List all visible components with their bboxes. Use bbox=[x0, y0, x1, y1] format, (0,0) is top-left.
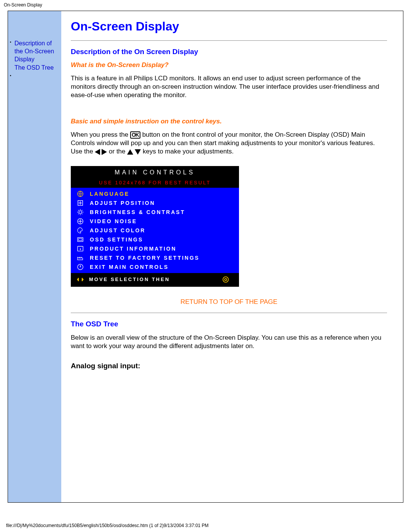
osd-item-label: LANGUAGE bbox=[90, 191, 129, 197]
text-segment: or the bbox=[109, 148, 127, 155]
document-header: On-Screen Display bbox=[0, 0, 411, 9]
osd-item-product-information: PRODUCT INFORMATION bbox=[71, 244, 239, 253]
divider bbox=[71, 313, 387, 313]
content-frame: Description of the On-Screen Display The… bbox=[8, 11, 403, 503]
sidebar-item-osd-tree[interactable]: The OSD Tree bbox=[10, 64, 59, 72]
osd-footer-text: MOVE SELECTION THEN bbox=[89, 276, 170, 282]
osd-item-label: EXIT MAIN CONTROLS bbox=[90, 264, 169, 270]
section-heading-osd-tree: The OSD Tree bbox=[71, 320, 387, 328]
osd-footer: MOVE SELECTION THEN bbox=[71, 273, 239, 287]
sidebar-item-description[interactable]: Description of the On-Screen Display bbox=[10, 40, 59, 63]
svg-rect-5 bbox=[79, 238, 82, 240]
footer-file-path: file:///D|/My%20documents/dfu/150B5/engl… bbox=[6, 523, 209, 528]
text-segment: When you press the bbox=[71, 131, 130, 138]
osd-item-reset-factory: RESET TO FACTORY SETTINGS bbox=[71, 253, 239, 262]
subheading-analog-signal: Analog signal input: bbox=[71, 362, 387, 370]
divider bbox=[71, 40, 387, 41]
osd-item-label: PRODUCT INFORMATION bbox=[90, 246, 177, 252]
palette-icon bbox=[76, 227, 84, 234]
osd-item-adjust-position: ADJUST POSITION bbox=[71, 198, 239, 208]
sidebar-nav: Description of the On-Screen Display The… bbox=[8, 11, 61, 502]
paragraph-instruction: When you press the OK button on the fron… bbox=[71, 131, 387, 156]
osd-item-exit: EXIT MAIN CONTROLS bbox=[71, 262, 239, 272]
osd-item-label: RESET TO FACTORY SETTINGS bbox=[90, 255, 199, 261]
factory-icon bbox=[76, 254, 84, 261]
osd-item-label: ADJUST POSITION bbox=[90, 200, 155, 206]
globe-icon bbox=[76, 190, 84, 197]
osd-item-label: ADJUST COLOR bbox=[90, 227, 145, 233]
subheading-what-is-osd: What is the On-Screen Display? bbox=[71, 61, 387, 69]
info-icon bbox=[76, 245, 84, 252]
sidebar-link-description[interactable]: Description of the On-Screen Display bbox=[14, 40, 54, 62]
ok-button-icon: OK bbox=[130, 131, 140, 139]
sun-icon bbox=[76, 209, 84, 216]
cross-circle-icon bbox=[76, 218, 84, 225]
osd-item-brightness-contrast: BRIGHTNESS & CONTRAST bbox=[71, 208, 239, 217]
right-gutter bbox=[398, 11, 403, 502]
osd-menu-body: LANGUAGE ADJUST POSITION BRIGHTNESS & CO… bbox=[71, 188, 239, 273]
svg-point-11 bbox=[225, 278, 226, 280]
osd-item-label: VIDEO NOISE bbox=[90, 218, 137, 224]
page-title: On-Screen Display bbox=[71, 19, 387, 34]
paragraph-osd-tree: Below is an overall view of the structur… bbox=[71, 334, 387, 350]
arrow-right-icon bbox=[102, 149, 107, 155]
osd-item-adjust-color: ADJUST COLOR bbox=[71, 226, 239, 235]
sidebar-link-osd-tree[interactable]: The OSD Tree bbox=[14, 64, 54, 71]
confirm-icon bbox=[221, 276, 230, 283]
return-to-top[interactable]: RETURN TO TOP OF THE PAGE bbox=[71, 298, 387, 306]
paragraph-description: This is a feature in all Philips LCD mon… bbox=[71, 74, 387, 99]
osd-title: MAIN CONTROLS bbox=[71, 166, 239, 178]
osd-item-language: LANGUAGE bbox=[71, 189, 239, 198]
osd-item-label: OSD SETTINGS bbox=[90, 236, 143, 243]
arrow-up-icon bbox=[127, 149, 133, 155]
svg-point-10 bbox=[223, 276, 228, 282]
exit-icon bbox=[76, 264, 84, 270]
osd-item-video-noise: VIDEO NOISE bbox=[71, 217, 239, 226]
screen-icon bbox=[76, 236, 84, 243]
arrow-down-icon bbox=[135, 149, 141, 155]
move-selection-icon bbox=[76, 276, 84, 283]
subheading-basic-instruction: Basic and simple instruction on the cont… bbox=[71, 118, 387, 125]
position-icon bbox=[76, 200, 84, 206]
osd-hint: USE 1024x768 FOR BEST RESULT bbox=[71, 178, 239, 188]
osd-item-osd-settings: OSD SETTINGS bbox=[71, 235, 239, 244]
osd-screenshot: MAIN CONTROLS USE 1024x768 FOR BEST RESU… bbox=[71, 166, 239, 287]
svg-point-2 bbox=[79, 211, 81, 213]
section-heading-description: Description of the On Screen Display bbox=[71, 48, 387, 56]
text-segment: keys to make your adjustments. bbox=[143, 148, 234, 155]
return-to-top-link[interactable]: RETURN TO TOP OF THE PAGE bbox=[180, 298, 277, 305]
osd-item-label: BRIGHTNESS & CONTRAST bbox=[90, 209, 185, 215]
main-content: On-Screen Display Description of the On … bbox=[61, 11, 398, 502]
arrow-left-icon bbox=[95, 149, 100, 155]
